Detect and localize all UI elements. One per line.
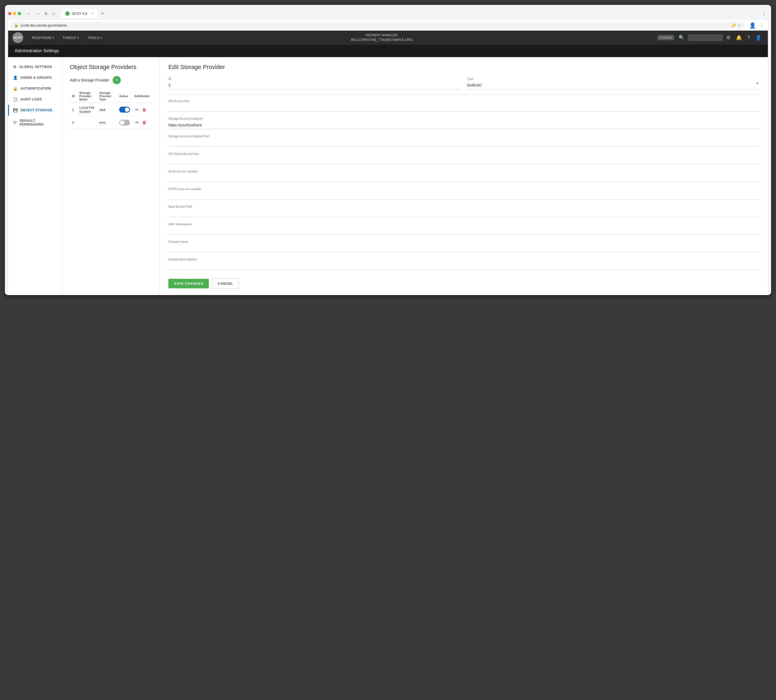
app-logo: SCOT (12, 32, 23, 43)
sidebar-item-object-storage[interactable]: 💾 OBJECT STORAGE (8, 105, 62, 116)
endpoint-port-field[interactable] (169, 139, 759, 147)
type-select[interactable]: DellEMC disk s3 (467, 82, 759, 89)
secure-icon: 🔒 (14, 23, 18, 27)
deleted-items-field[interactable] (169, 262, 759, 270)
users-icon: 👤 (13, 75, 18, 80)
id-label: ID (169, 77, 461, 80)
admin-title: Administration Settings (15, 48, 59, 53)
emc-namespace-field[interactable] (169, 227, 759, 235)
row2-name (77, 117, 97, 128)
nav-response[interactable]: RESPONSE ▾ (28, 31, 58, 45)
col-type: Storage Provider Type (97, 90, 117, 103)
http-proxy-label: HTTP proxy env variable (169, 187, 759, 190)
api-access-key-field[interactable] (169, 104, 759, 112)
notifications-button[interactable]: 🔔 (734, 32, 744, 43)
bookmark-icon[interactable]: ☆ (738, 23, 741, 27)
sidebar-item-users-groups[interactable]: 👤 USERS & GROUPS (8, 72, 62, 83)
sidebar-item-label: DEFAULT PERMISSIONS (20, 119, 57, 127)
key-icon: 🔑 (731, 23, 736, 27)
sidebar-item-default-permissions[interactable]: 🛡 DEFAULT PERMISSIONS (8, 116, 62, 130)
edit-storage-panel: Edit Storage Provider ID Type DellEMC di… (160, 57, 768, 295)
storage-endpoint-label: Storage Account Endpoint (169, 117, 759, 120)
deleted-items-label: Deleted Items Bucket (169, 258, 759, 261)
provider-name-label: Provider Name (169, 240, 759, 243)
admin-header: Administration Settings (8, 45, 768, 57)
search-input[interactable] (688, 34, 723, 41)
row1-toggle[interactable] (119, 107, 130, 113)
close-dot[interactable] (8, 12, 12, 15)
nav-tools[interactable]: TOOLS ▾ (83, 31, 106, 45)
incident-handler-info: INCIDENT HANDLER: BELLCHRISTINE_7760@EXA… (106, 33, 658, 42)
forward-button[interactable]: → (34, 10, 42, 17)
storage-endpoint-field[interactable] (169, 121, 759, 129)
id-field[interactable] (169, 82, 461, 89)
base-bucket-field[interactable] (169, 209, 759, 217)
settings-button[interactable]: ⚙ (724, 32, 733, 43)
search-button[interactable]: 🔍 (676, 32, 687, 43)
row2-toggle[interactable] (119, 120, 130, 126)
emc-namespace-label: EMC Namespace (169, 223, 759, 226)
sidebar-item-authentication[interactable]: 🔒 AUTHENTICATION (8, 83, 62, 94)
user-menu-button[interactable]: 👤 (753, 32, 764, 43)
http-proxy-field[interactable] (169, 192, 759, 200)
edit-storage-title: Edit Storage Provider (169, 63, 759, 71)
shield-icon: 🛡 (13, 120, 17, 125)
col-actions: Edit/Delete (132, 90, 152, 103)
no-proxy-field[interactable] (169, 174, 759, 182)
gear-icon: ⚙ (13, 65, 17, 69)
object-storage-title: Object Storage Providers (70, 63, 152, 71)
api-secret-field[interactable] (169, 157, 759, 164)
nav-threat[interactable]: THREAT ▾ (58, 31, 83, 45)
chevron-down-icon: ▾ (100, 36, 102, 39)
refresh-button[interactable]: ↻ (43, 10, 50, 17)
sidebar-item-label: OBJECT STORAGE (20, 108, 53, 112)
cui-badge: CUI//ISVI (658, 35, 674, 40)
browser-more-button[interactable]: ⋮ (758, 22, 766, 28)
sidebar-item-global-settings[interactable]: ⚙ GLOBAL SETTINGS (8, 62, 62, 72)
col-active: Active (117, 90, 132, 103)
tab-title: SCOT 4.0 (72, 12, 87, 16)
new-tab-button[interactable]: + (101, 11, 104, 17)
table-row: 1 Local File System disk ✏ (70, 103, 152, 117)
sidebar-item-label: AUDIT LOGS (20, 97, 42, 101)
storage-table: ID Storage Provider Name Storage Provide… (70, 90, 152, 128)
row1-name: Local File System (77, 103, 97, 117)
row1-edit-button[interactable]: ✏ (134, 107, 140, 113)
col-name: Storage Provider Name (77, 90, 97, 103)
row1-active (117, 103, 132, 117)
sidebar: ⚙ GLOBAL SETTINGS 👤 USERS & GROUPS 🔒 AUT… (8, 57, 62, 295)
sidebar-item-label: AUTHENTICATION (20, 87, 51, 90)
endpoint-port-label: Storage Account Endpoint Port (169, 135, 759, 138)
row2-type: emc (97, 117, 117, 128)
cancel-button[interactable]: CANCEL (212, 278, 239, 288)
tab-close-button[interactable]: × (92, 12, 93, 15)
form-actions: SAVE CHANGES CANCEL (169, 278, 759, 288)
add-provider-button[interactable]: + (113, 76, 121, 84)
browser-profile-icon[interactable]: 👤 (749, 22, 756, 29)
object-storage-panel: Object Storage Providers Add a Storage P… (62, 57, 160, 295)
row1-delete-button[interactable]: 🗑 (141, 107, 148, 113)
chevron-down-icon: ▾ (53, 36, 54, 39)
help-button[interactable]: ? (745, 33, 752, 43)
back-button[interactable]: ← (25, 10, 33, 17)
save-changes-button[interactable]: SAVE CHANGES (169, 279, 209, 288)
minimize-dot[interactable] (13, 12, 16, 15)
maximize-dot[interactable] (18, 12, 21, 15)
lock-icon: 🔒 (13, 87, 18, 91)
col-id: ID (70, 90, 77, 103)
row2-active (117, 117, 132, 128)
nav-threat-label: THREAT (63, 36, 76, 40)
row1-id: 1 (70, 103, 77, 117)
add-provider-label: Add a Storage Provider (70, 78, 109, 82)
row2-edit-button[interactable]: ✏ (134, 119, 140, 126)
home-button[interactable]: ⌂ (51, 10, 57, 17)
url-bar[interactable]: scot4-dev.sandia.gov/#/admin (20, 23, 729, 27)
provider-name-field[interactable] (169, 245, 759, 252)
nav-tools-label: TOOLS (87, 36, 99, 40)
api-access-key-label: API Access Key (169, 99, 759, 103)
browser-menu-button[interactable]: ⋮ (760, 10, 768, 17)
sidebar-item-audit-logs[interactable]: 📋 AUDIT LOGS (8, 94, 62, 105)
table-row: 3 emc ✏ 🗑 (70, 117, 152, 128)
row2-delete-button[interactable]: 🗑 (141, 120, 148, 126)
row2-actions: ✏ 🗑 (132, 117, 152, 128)
